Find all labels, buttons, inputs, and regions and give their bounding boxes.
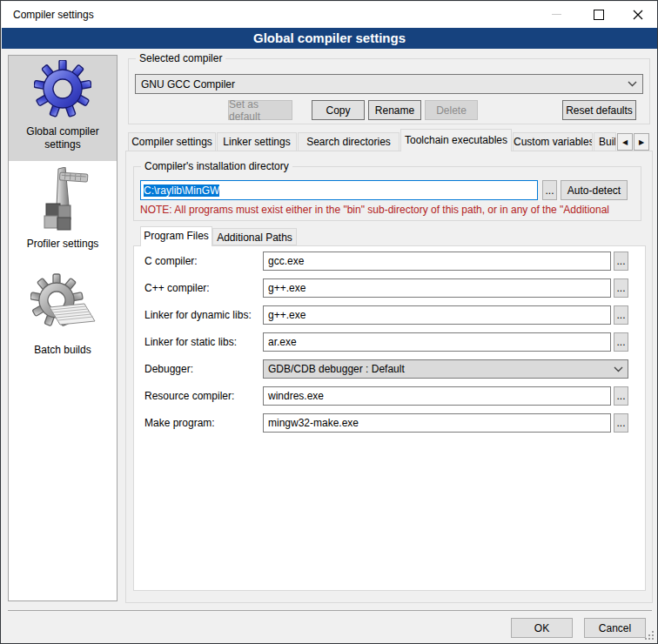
- caliper-icon: [36, 167, 90, 233]
- delete-button[interactable]: Delete: [425, 100, 478, 120]
- c-compiler-input[interactable]: gcc.exe: [263, 252, 611, 271]
- debugger-select[interactable]: GDB/CDB debugger : Default: [263, 359, 628, 379]
- resource-compiler-input[interactable]: windres.exe: [263, 386, 611, 406]
- maximize-button[interactable]: [579, 2, 619, 27]
- debugger-select-value: GDB/CDB debugger : Default: [268, 363, 405, 375]
- sidebar-item-label: Profiler settings: [9, 238, 117, 251]
- ok-button[interactable]: OK: [511, 618, 573, 638]
- gray-gear-batch-icon: [30, 271, 97, 340]
- arrow-right-icon: ▶: [639, 138, 644, 146]
- auto-detect-button[interactable]: Auto-detect: [561, 180, 628, 200]
- field-label-cpp-compiler: C++ compiler:: [144, 278, 262, 298]
- reset-defaults-button[interactable]: Reset defaults: [562, 100, 636, 120]
- close-icon: [633, 10, 643, 20]
- tab-compiler-settings[interactable]: Compiler settings: [128, 132, 216, 151]
- dynamic-linker-input[interactable]: g++.exe: [263, 305, 611, 325]
- field-label-static-linker: Linker for static libs:: [144, 332, 262, 352]
- field-label-c-compiler: C compiler:: [144, 252, 262, 271]
- cpp-compiler-browse-button[interactable]: ...: [614, 278, 628, 298]
- make-program-input[interactable]: mingw32-make.exe: [263, 413, 611, 433]
- tab-scroll-right-button[interactable]: ▶: [634, 133, 649, 151]
- tab-custom-variables[interactable]: Custom variables: [513, 132, 593, 151]
- tab-search-directories[interactable]: Search directories: [298, 132, 400, 151]
- maximize-icon: [594, 10, 604, 20]
- footer-divider: [8, 610, 652, 611]
- cpp-compiler-input[interactable]: g++.exe: [263, 278, 611, 298]
- sidebar-item-profiler-settings[interactable]: Profiler settings: [9, 164, 117, 255]
- dynamic-linker-browse-button[interactable]: ...: [614, 305, 628, 325]
- resize-grip[interactable]: [645, 631, 655, 641]
- dialog-header: Global compiler settings: [2, 28, 657, 49]
- arrow-left-icon: ◀: [622, 138, 628, 146]
- compiler-select[interactable]: GNU GCC Compiler: [135, 74, 643, 94]
- tab-scroll-left-button[interactable]: ◀: [617, 133, 633, 151]
- note-text: NOTE: All programs must exist either in …: [140, 204, 641, 216]
- minimize-button[interactable]: [536, 2, 576, 27]
- minimize-icon: [552, 14, 561, 15]
- tab-build-truncated[interactable]: Build: [594, 132, 616, 151]
- tab-linker-settings[interactable]: Linker settings: [217, 132, 297, 151]
- copy-button[interactable]: Copy: [312, 100, 365, 120]
- subtab-program-files[interactable]: Program Files: [140, 226, 212, 246]
- field-label-make-program: Make program:: [144, 413, 262, 433]
- group-label: Compiler's installation directory: [141, 160, 292, 172]
- selected-path-text: C:\raylib\MinGW: [144, 184, 219, 197]
- static-linker-input[interactable]: ar.exe: [263, 332, 611, 352]
- close-button[interactable]: [618, 2, 658, 27]
- blue-gear-icon: [34, 60, 91, 117]
- installation-directory-input[interactable]: C:\raylib\MinGW: [140, 180, 538, 200]
- compiler-select-value: GNU GCC Compiler: [141, 78, 235, 91]
- field-label-dynamic-linker: Linker for dynamic libs:: [144, 305, 262, 325]
- sidebar-item-label: Batch builds: [9, 344, 117, 357]
- chevron-down-icon: [614, 366, 623, 372]
- sidebar-item-global-compiler-settings[interactable]: Global compiler settings: [9, 56, 117, 161]
- field-label-resource-compiler: Resource compiler:: [144, 386, 262, 406]
- subtab-additional-paths[interactable]: Additional Paths: [212, 228, 297, 245]
- browse-directory-button[interactable]: ...: [542, 180, 557, 200]
- field-label-debugger: Debugger:: [144, 359, 262, 379]
- rename-button[interactable]: Rename: [368, 100, 421, 120]
- sidebar-item-label: Global compiler settings: [9, 125, 117, 151]
- cancel-button[interactable]: Cancel: [584, 618, 646, 638]
- chevron-down-icon: [628, 81, 637, 87]
- sidebar-item-batch-builds[interactable]: Batch builds: [9, 269, 117, 359]
- set-as-default-button[interactable]: Set as default: [228, 100, 292, 120]
- static-linker-browse-button[interactable]: ...: [614, 332, 628, 352]
- compiler-settings-dialog: Compiler settings Global compiler settin…: [0, 0, 658, 644]
- window-title: Compiler settings: [13, 9, 94, 21]
- resource-compiler-browse-button[interactable]: ...: [614, 386, 628, 406]
- make-program-browse-button[interactable]: ...: [614, 413, 628, 433]
- group-label: Selected compiler: [136, 52, 225, 64]
- c-compiler-browse-button[interactable]: ...: [614, 252, 628, 271]
- tab-toolchain-executables[interactable]: Toolchain executables: [400, 129, 512, 151]
